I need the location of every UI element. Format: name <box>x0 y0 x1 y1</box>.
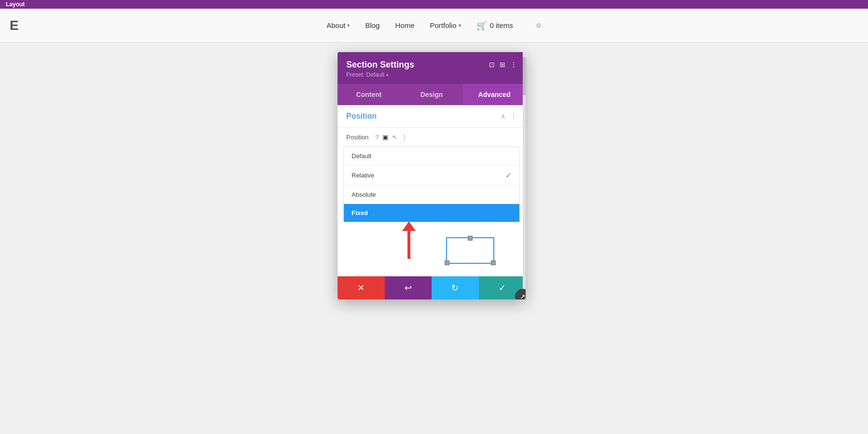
cursor-icon[interactable]: ↖ <box>392 134 397 141</box>
position-field-label: Position <box>346 134 368 141</box>
split-icon[interactable]: ⊞ <box>500 61 505 68</box>
tab-advanced[interactable]: Advanced <box>463 84 526 105</box>
main-content: Section Settings Preset: Default ▾ ⊡ ⊞ ⋮… <box>0 42 868 434</box>
position-row: Position ? ▣ ↖ ⋮ <box>338 128 526 147</box>
handle-bottom-left <box>445 260 449 265</box>
nav-search-icon[interactable]: ○ <box>536 20 542 30</box>
nav-links: About ▾ Blog Home Portfolio ▾ 🛒 0 items … <box>326 20 542 31</box>
position-box <box>446 237 494 264</box>
cancel-button[interactable]: ✕ <box>338 276 385 299</box>
options-icon[interactable]: ⋮ <box>401 134 407 141</box>
position-icons: ? ▣ ↖ ⋮ <box>375 134 407 141</box>
panel-title-group: Section Settings Preset: Default ▾ <box>346 60 414 78</box>
handle-top-mid <box>468 236 473 241</box>
arrow-up <box>407 230 410 259</box>
tab-design[interactable]: Design <box>400 84 463 105</box>
about-chevron: ▾ <box>347 23 350 28</box>
position-section-title: Position <box>346 112 377 121</box>
redo-button[interactable]: ↻ <box>432 276 479 299</box>
option-absolute[interactable]: Absolute <box>344 186 519 204</box>
arrow-head <box>402 221 416 231</box>
position-section: Position ∧ ⋮ Position ? ▣ ↖ ⋮ <box>338 105 526 276</box>
diagram-container <box>359 230 504 269</box>
more-icon[interactable]: ⋮ <box>510 61 517 68</box>
position-header-controls: ∧ ⋮ <box>501 112 517 120</box>
option-default[interactable]: Default <box>344 147 519 165</box>
scrollbar-thumb <box>523 57 526 95</box>
position-section-header: Position ∧ ⋮ <box>338 105 526 128</box>
panel-scrollbar[interactable] <box>523 52 526 299</box>
preset-arrow: ▾ <box>386 73 389 78</box>
fullscreen-icon[interactable]: ⊡ <box>489 61 495 68</box>
desktop-icon[interactable]: ▣ <box>382 134 388 141</box>
position-dropdown: Default Relative ✓ Absolute Fixed <box>343 147 520 222</box>
panel-tabs: Content Design Advanced <box>338 84 526 105</box>
option-fixed[interactable]: Fixed <box>344 204 519 222</box>
position-more-icon[interactable]: ⋮ <box>510 112 517 120</box>
portfolio-chevron: ▾ <box>459 23 461 28</box>
nav-logo: E <box>10 19 19 32</box>
panel-body: Position ∧ ⋮ Position ? ▣ ↖ ⋮ <box>338 105 526 276</box>
top-bar-title: Layout <box>6 1 25 8</box>
panel-title: Section Settings <box>346 60 414 70</box>
cart-icon: 🛒 <box>476 20 487 31</box>
panel-footer: ✕ ↩ ↻ ✓ <box>338 276 526 299</box>
handle-bottom-right <box>491 260 496 265</box>
panel-preset[interactable]: Preset: Default ▾ <box>346 71 414 78</box>
nav-about[interactable]: About ▾ <box>326 21 350 29</box>
undo-button[interactable]: ↩ <box>385 276 432 299</box>
panel-header-icons: ⊡ ⊞ ⋮ <box>489 61 517 68</box>
tab-content[interactable]: Content <box>338 84 400 105</box>
option-relative[interactable]: Relative ✓ <box>344 165 519 186</box>
position-diagram <box>338 222 526 276</box>
nav-cart[interactable]: 🛒 0 items <box>476 20 513 31</box>
arrow-shaft <box>407 230 410 259</box>
nav-blog[interactable]: Blog <box>365 21 380 29</box>
nav-home[interactable]: Home <box>395 21 414 29</box>
help-icon[interactable]: ? <box>375 134 379 141</box>
panel-header: Section Settings Preset: Default ▾ ⊡ ⊞ ⋮ <box>338 52 526 84</box>
settings-panel: Section Settings Preset: Default ▾ ⊡ ⊞ ⋮… <box>338 52 526 299</box>
nav-portfolio[interactable]: Portfolio ▾ <box>430 21 461 29</box>
nav-bar: E About ▾ Blog Home Portfolio ▾ 🛒 0 item… <box>0 9 868 42</box>
relative-check: ✓ <box>505 171 512 180</box>
top-bar: Layout <box>0 0 868 9</box>
collapse-icon[interactable]: ∧ <box>501 112 505 120</box>
